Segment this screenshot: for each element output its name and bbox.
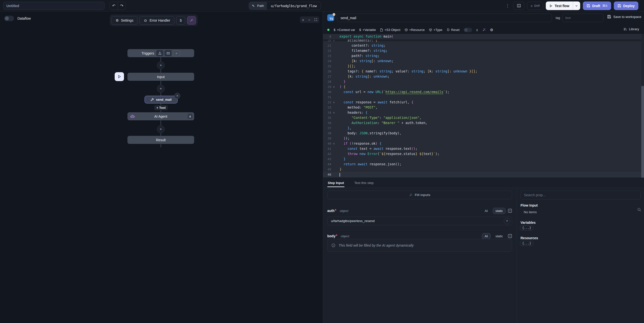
fill-inputs-button[interactable]: Fill inputs [327, 191, 512, 199]
ai-assistant-button[interactable] [482, 28, 486, 32]
code-scrollbar[interactable] [641, 34, 644, 178]
dataflow-toggle[interactable] [4, 16, 14, 21]
code-line-44[interactable]: 44 return await response.json(); [323, 162, 641, 167]
add-tool-button[interactable]: + Tool [154, 105, 168, 110]
code-sticky-line[interactable]: 8export async function main( [323, 34, 641, 40]
node-send-mail[interactable]: send_mail [144, 96, 178, 103]
fold-chevron-icon[interactable]: ∨ [331, 84, 336, 89]
code-line-30[interactable]: 30 const url = new URL(`https://api.rese… [323, 89, 641, 95]
code-line-35[interactable]: 35 "Content-Type": "application/json", [323, 115, 641, 120]
resources-object-pill[interactable]: {...} [520, 241, 533, 246]
code-line-36[interactable]: 36 Authorization: "Bearer " + auth.token… [323, 120, 641, 126]
editor-settings-button[interactable]: ⚙ [490, 28, 493, 32]
flow-name-input[interactable] [3, 2, 104, 10]
add-s3-object-button[interactable]: +S3 Object [380, 28, 400, 32]
step-name-input[interactable] [337, 14, 552, 22]
diff-button[interactable]: ± Diff [527, 2, 543, 10]
code-lines[interactable]: 20∨ attachments?: {21 content?: string;2… [323, 38, 641, 177]
prop-search-input[interactable] [520, 191, 640, 199]
search-icon[interactable] [637, 208, 641, 212]
code-line-29[interactable]: 29∨) { [323, 84, 641, 89]
tag-input[interactable] [562, 14, 604, 22]
code-line-41[interactable]: 41 const text = await response.text(); [323, 146, 641, 151]
body-static-mode-button[interactable]: static [493, 233, 506, 239]
deploy-button[interactable]: Deploy [614, 2, 638, 10]
code-line-32[interactable]: 32∨ const response = await fetch(url, { [323, 100, 641, 105]
code-line-25[interactable]: 25 }[]; [323, 64, 641, 69]
diff-mode-toggle[interactable] [464, 28, 472, 32]
code-line-42[interactable]: 42 throw new Error(`${response.status} $… [323, 151, 641, 156]
ai-wand-button[interactable] [187, 16, 196, 25]
scrollbar-thumb[interactable] [641, 86, 644, 178]
test-flow-dropdown[interactable] [573, 2, 580, 10]
node-ai-agent[interactable]: AI Agent a [128, 112, 194, 120]
zoom-in-button[interactable]: + [302, 18, 304, 22]
code-line-27[interactable]: 27 [k: string]: unknown; [323, 74, 641, 79]
code-line-21[interactable]: 21 content?: string; [323, 43, 641, 48]
insert-step-button[interactable]: + [157, 85, 165, 93]
code-line-28[interactable]: 28 } [323, 79, 641, 84]
undo-button[interactable]: ↶ [110, 2, 118, 10]
code-line-33[interactable]: 33 method: "POST", [323, 105, 641, 110]
email-trigger-chip[interactable] [164, 50, 172, 56]
webhook-trigger-chip[interactable] [156, 50, 163, 56]
fold-chevron-icon[interactable]: ∨ [331, 100, 336, 105]
flow-path[interactable]: ✎ Path u/farhadglbs/grand_flow [249, 2, 321, 10]
auth-value-input[interactable] [328, 219, 504, 223]
code-line-45[interactable]: 45} [323, 167, 641, 172]
insert-step-button[interactable]: + [157, 125, 165, 133]
add-type-button[interactable]: +Type [429, 28, 442, 32]
auth-clear-button[interactable]: ✕ [504, 218, 510, 224]
node-result[interactable]: Result [128, 136, 194, 144]
auth-expression-button[interactable] [508, 209, 512, 213]
code-line-8[interactable]: 8export async function main( [323, 34, 641, 39]
code-line-23[interactable]: 23 path?: string; [323, 53, 641, 59]
node-input[interactable]: Input [128, 73, 194, 81]
code-line-39[interactable]: 39 }); [323, 136, 641, 141]
code-editor[interactable]: 20∨ attachments?: {21 content?: string;2… [323, 34, 641, 178]
code-line-37[interactable]: 37 }, [323, 126, 641, 131]
add-context-var-button[interactable]: $ +Context var [334, 28, 355, 32]
add-trigger-chip[interactable]: + [173, 50, 180, 56]
dollar-context-button[interactable]: $ [176, 16, 185, 25]
error-handler-button[interactable]: Error Handler [140, 16, 174, 25]
dollar-icon: $ [334, 28, 336, 32]
save-to-workspace-button[interactable]: Save to workspace [607, 15, 641, 19]
draft-button[interactable]: Draft ⌘S [583, 2, 611, 10]
auth-static-mode-button[interactable]: static [493, 208, 506, 214]
library-button[interactable]: Library [624, 27, 639, 31]
code-line-34[interactable]: 34∨ headers: { [323, 110, 641, 115]
reset-code-button[interactable]: Reset [446, 28, 460, 32]
insert-step-button[interactable]: + [157, 61, 165, 69]
fold-chevron-icon[interactable]: ∨ [331, 141, 336, 146]
settings-button[interactable]: ⚙ Settings [112, 16, 138, 25]
tab-test-this-step[interactable]: Test this step [354, 178, 374, 188]
code-line-43[interactable]: 43 } [323, 156, 641, 162]
flow-canvas[interactable]: Dataflow ⚙ Settings Error Handler $ + [0, 12, 323, 323]
tab-step-input[interactable]: Step Input [327, 178, 344, 188]
node-triggers[interactable]: Triggers + [128, 49, 194, 57]
auth-ai-mode-button[interactable]: AI [482, 208, 490, 214]
test-flow-button[interactable]: Test flow [546, 2, 573, 10]
add-resource-button[interactable]: +Resource [404, 28, 425, 32]
redo-button[interactable]: ↷ [118, 2, 126, 10]
docs-button[interactable] [513, 2, 524, 10]
fold-chevron-icon[interactable]: ∨ [331, 110, 336, 115]
diff-editor-button[interactable]: ± [476, 28, 478, 32]
run-from-input-button[interactable] [115, 72, 124, 81]
code-line-24[interactable]: 24 [k: string]: unknown; [323, 59, 641, 64]
more-menu-button[interactable]: ⋮ [504, 3, 510, 8]
fit-view-button[interactable] [314, 18, 317, 21]
remove-tool-button[interactable]: ✕ [174, 93, 180, 99]
code-line-38[interactable]: 38 body: JSON.stringify(body), [323, 131, 641, 136]
code-line-46[interactable]: 46 [323, 172, 641, 177]
code-line-40[interactable]: 40∨ if (!response.ok) { [323, 141, 641, 146]
variables-object-pill[interactable]: {...} [520, 225, 533, 230]
code-line-26[interactable]: 26 tags?: { name?: string; value?: strin… [323, 69, 641, 74]
body-expression-button[interactable] [508, 234, 512, 238]
body-ai-mode-button[interactable]: AI [482, 233, 490, 239]
add-variable-button[interactable]: $ +Variable [359, 28, 376, 32]
code-line-22[interactable]: 22 filename?: string; [323, 48, 641, 53]
code-line-31[interactable]: 31 [323, 95, 641, 100]
zoom-out-button[interactable]: − [308, 18, 310, 22]
